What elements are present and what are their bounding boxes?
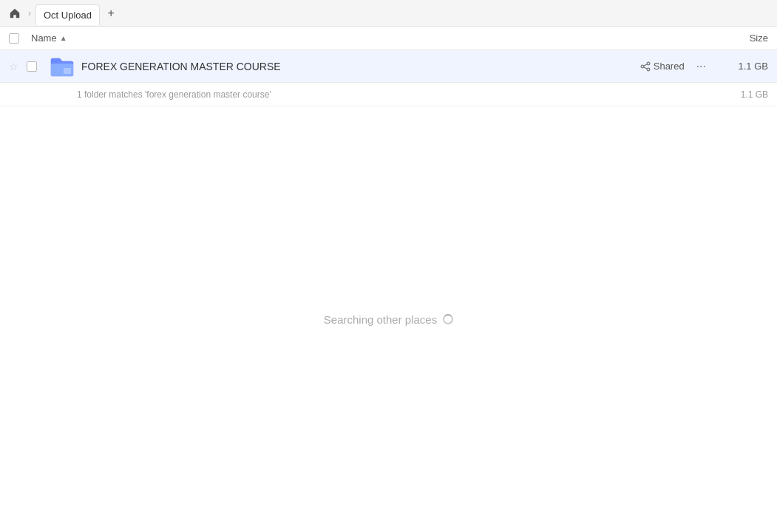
match-info-row: 1 folder matches 'forex generation maste… [0, 83, 777, 106]
loading-spinner [443, 314, 453, 324]
file-name: FOREX GENERATION MASTER COURSE [81, 61, 640, 72]
shared-label: Shared [654, 61, 685, 72]
size-column-header[interactable]: Size [709, 33, 768, 44]
svg-rect-0 [64, 68, 71, 74]
svg-line-5 [644, 67, 647, 69]
match-size: 1.1 GB [709, 89, 768, 100]
more-options-button[interactable]: ··· [693, 57, 709, 76]
checkbox-all[interactable] [9, 33, 19, 44]
row-checkbox[interactable] [27, 61, 49, 72]
top-bar: › Oct Upload + [0, 0, 777, 27]
home-button[interactable] [6, 4, 24, 22]
svg-point-3 [647, 68, 650, 71]
file-row[interactable]: ☆ FOREX GENERATION MASTER COURSE Shared … [0, 50, 777, 83]
match-text: 1 folder matches 'forex generation maste… [9, 89, 709, 100]
folder-icon [49, 53, 75, 80]
sort-arrow-icon: ▲ [60, 34, 67, 42]
select-all-checkbox[interactable] [9, 33, 31, 44]
size-label: Size [750, 33, 768, 44]
file-size: 1.1 GB [709, 61, 768, 72]
more-icon: ··· [696, 60, 706, 72]
column-headers: Name ▲ Size [0, 27, 777, 50]
shared-badge: Shared [640, 61, 685, 72]
breadcrumb-separator: › [28, 8, 31, 18]
star-button[interactable]: ☆ [9, 61, 27, 72]
tab-oct-upload[interactable]: Oct Upload [35, 4, 100, 25]
name-label: Name [31, 33, 57, 44]
name-column-header[interactable]: Name ▲ [31, 33, 709, 44]
add-tab-button[interactable]: + [103, 5, 119, 21]
svg-point-2 [641, 65, 644, 68]
svg-line-4 [644, 64, 647, 66]
checkbox-row[interactable] [27, 61, 37, 72]
file-actions: Shared ··· [640, 57, 709, 76]
svg-point-1 [647, 62, 650, 65]
share-icon [640, 61, 651, 72]
searching-text: Searching other places [324, 313, 437, 326]
tab-label: Oct Upload [44, 10, 92, 21]
searching-area: Searching other places [0, 106, 777, 532]
